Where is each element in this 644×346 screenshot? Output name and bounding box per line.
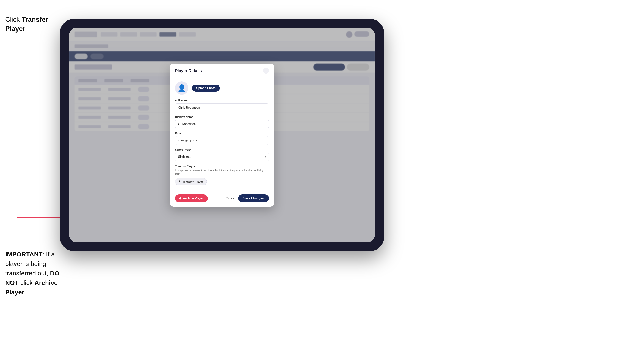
transfer-icon: ↻ bbox=[179, 180, 181, 183]
avatar-section: 👤 Upload Photo bbox=[175, 81, 269, 95]
arrow-vertical-line bbox=[17, 33, 17, 218]
archive-player-button[interactable]: ⊘ Archive Player bbox=[175, 194, 208, 202]
modal-close-button[interactable]: × bbox=[263, 68, 269, 74]
modal-title: Player Details bbox=[175, 68, 202, 73]
school-year-group: School Year Sixth Year Fifth Year Fourth… bbox=[175, 148, 269, 161]
upload-photo-button[interactable]: Upload Photo bbox=[192, 85, 220, 92]
archive-icon: ⊘ bbox=[179, 197, 182, 200]
archive-player-label: Archive Player bbox=[183, 197, 204, 200]
email-label: Email bbox=[175, 132, 269, 135]
avatar-circle: 👤 bbox=[175, 81, 188, 95]
modal-footer: ⊘ Archive Player Cancel Save Changes bbox=[170, 191, 274, 206]
transfer-player-title: Transfer Player bbox=[175, 165, 269, 168]
transfer-player-button[interactable]: ↻ Transfer Player bbox=[175, 178, 207, 185]
modal-body: 👤 Upload Photo Full Name Display Name bbox=[170, 77, 274, 191]
full-name-input[interactable] bbox=[175, 103, 269, 112]
save-changes-button[interactable]: Save Changes bbox=[238, 194, 269, 202]
instruction-area: Click Transfer Player bbox=[5, 15, 58, 37]
transfer-player-btn-label: Transfer Player bbox=[183, 180, 203, 183]
modal-header: Player Details × bbox=[170, 64, 274, 77]
cancel-button[interactable]: Cancel bbox=[226, 197, 235, 200]
email-group: Email bbox=[175, 132, 269, 145]
full-name-label: Full Name bbox=[175, 99, 269, 102]
school-year-select[interactable]: Sixth Year Fifth Year Fourth Year Third … bbox=[175, 153, 269, 161]
transfer-player-section: Transfer Player If this player has moved… bbox=[175, 165, 269, 185]
tablet-frame: Player Details × 👤 Upload Photo Full Nam… bbox=[60, 19, 384, 251]
email-input[interactable] bbox=[175, 136, 269, 145]
display-name-label: Display Name bbox=[175, 115, 269, 118]
instruction-important: IMPORTANT: If a player is being transfer… bbox=[5, 250, 61, 297]
transfer-player-description: If this player has moved to another scho… bbox=[175, 169, 269, 176]
school-year-label: School Year bbox=[175, 148, 269, 151]
modal-overlay: Player Details × 👤 Upload Photo Full Nam… bbox=[69, 28, 375, 242]
transfer-player-instruction-bold: Transfer Player bbox=[5, 16, 48, 33]
display-name-group: Display Name bbox=[175, 115, 269, 128]
avatar-icon: 👤 bbox=[178, 84, 186, 92]
footer-right: Cancel Save Changes bbox=[226, 194, 269, 202]
instruction-click-text: Click Transfer Player bbox=[5, 15, 58, 34]
school-year-select-wrapper: Sixth Year Fifth Year Fourth Year Third … bbox=[175, 153, 269, 161]
player-details-modal: Player Details × 👤 Upload Photo Full Nam… bbox=[170, 64, 274, 206]
tablet-screen: Player Details × 👤 Upload Photo Full Nam… bbox=[69, 28, 375, 242]
display-name-input[interactable] bbox=[175, 120, 269, 128]
do-not-suffix: click bbox=[19, 279, 34, 286]
full-name-group: Full Name bbox=[175, 99, 269, 112]
important-bold: IMPORTANT bbox=[5, 251, 42, 258]
